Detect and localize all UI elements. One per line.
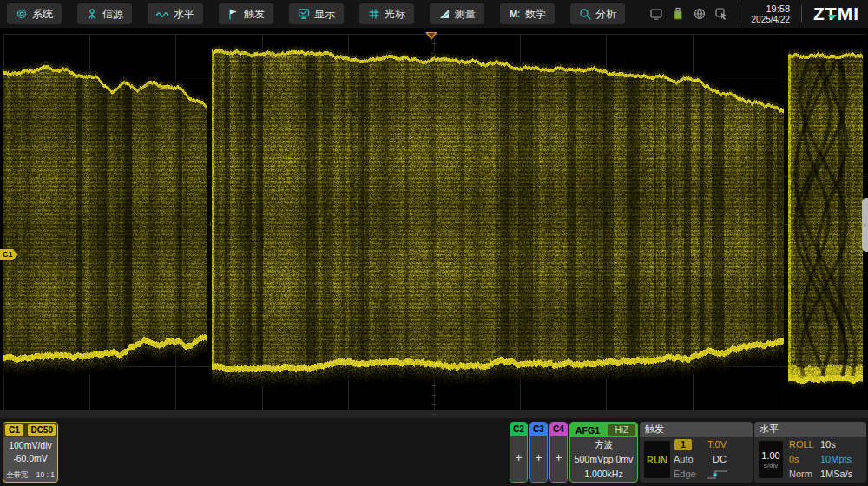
afg-offset: 0mv <box>616 454 634 464</box>
channel2-add-button[interactable]: + <box>510 436 527 482</box>
run-state-button[interactable]: RUN <box>644 441 670 478</box>
menu-label: 系统 <box>32 7 53 22</box>
channel3-add-button[interactable]: + <box>530 436 547 482</box>
menu-measure-button[interactable]: 测量 <box>430 3 484 24</box>
wave-icon <box>156 8 169 20</box>
trigger-type: Edge <box>674 469 696 479</box>
menu-system-button[interactable]: 系统 <box>7 3 62 24</box>
afg-header: AFG1 HiZ <box>570 423 637 437</box>
measure-icon <box>438 8 450 20</box>
time-text: 19:58 <box>752 3 791 15</box>
side-panel-handle[interactable]: ‹ <box>862 198 868 252</box>
brand-logo-triangle-icon <box>828 15 837 20</box>
menu-label: 数学 <box>525 7 546 22</box>
topbar-divider <box>801 5 802 23</box>
horizontal-title: 水平 <box>754 422 866 437</box>
menu-label: 触发 <box>244 7 265 22</box>
menu-label: 显示 <box>314 7 335 22</box>
afg-label: AFG1 <box>570 425 608 436</box>
trigger-source-badge[interactable]: 1 <box>674 439 692 450</box>
memory-depth: 10Mpts <box>820 454 852 464</box>
status-cluster: 19:58 2025/4/22 ZTMI <box>649 3 859 24</box>
channel1-footer: 全带宽 10 : 1 <box>3 470 57 481</box>
channel1-scale: 100mV/div <box>3 440 57 450</box>
channel2-box[interactable]: C2 + <box>510 422 528 483</box>
waveform-display[interactable] <box>0 28 868 418</box>
menu-label: 信源 <box>102 7 123 22</box>
gear-icon <box>16 8 28 20</box>
cursor-icon <box>368 8 380 20</box>
acquisition-mode: Norm <box>789 469 812 479</box>
usb-storage-icon[interactable] <box>671 7 685 21</box>
menu-label: 分析 <box>595 7 616 22</box>
channel1-probe-ratio: 10 : 1 <box>36 470 55 481</box>
trigger-position-marker[interactable] <box>425 32 437 40</box>
channel1-bandwidth: 全带宽 <box>6 470 29 481</box>
oscilloscope-app: 系统 信源 水平 触发 显示 <box>0 0 868 486</box>
channel1-label: C1 <box>5 424 23 436</box>
svg-text:M: M <box>510 9 517 19</box>
flag-icon <box>227 8 240 20</box>
horizontal-scale-button[interactable]: 1.00 s/div <box>759 441 783 478</box>
afg-box[interactable]: AFG1 HiZ 方波 500mVpp 0mv 1.000kHz <box>569 422 638 483</box>
menu-display-button[interactable]: 显示 <box>289 3 344 24</box>
screen-status-icon[interactable] <box>649 7 663 21</box>
touch-status-icon[interactable] <box>714 7 728 21</box>
channel1-header: C1 DC50 <box>3 423 57 437</box>
top-menu-bar: 系统 信源 水平 触发 显示 <box>0 0 868 28</box>
bottom-status-bar: C1 DC50 100mV/div -60.0mV 全带宽 10 : 1 C2 … <box>0 418 868 486</box>
horizontal-scale-unit: s/div <box>764 462 778 470</box>
magnifier-icon <box>579 8 591 20</box>
horizontal-mode: ROLL <box>789 439 814 450</box>
brand-logo-text: ZTMI <box>813 3 859 24</box>
afg-amplitude: 500mVpp <box>575 454 614 464</box>
menu-analysis-button[interactable]: 分析 <box>570 3 625 24</box>
date-text: 2025/4/22 <box>752 15 791 25</box>
network-status-icon[interactable] <box>693 7 707 21</box>
sample-rate: 1MSa/s <box>820 469 852 479</box>
trigger-body: RUN 1 T:0V Auto DC Edge <box>640 437 753 482</box>
afg-load-badge: HiZ <box>608 424 635 436</box>
channel3-label: C3 <box>530 423 547 436</box>
menu-label: 测量 <box>455 7 476 22</box>
channel4-box[interactable]: C4 + <box>549 422 568 483</box>
trigger-coupling: DC <box>713 454 727 464</box>
trigger-title: 触发 <box>640 422 753 437</box>
brand-logo: ZTMI <box>813 3 859 24</box>
waveform-area: C1 ‹ <box>0 28 868 418</box>
math-icon: M <box>509 8 521 20</box>
horizontal-delay: 0s <box>789 454 799 464</box>
trigger-edge-icon <box>707 470 729 480</box>
channel4-add-button[interactable]: + <box>550 436 567 482</box>
channel4-label: C4 <box>550 423 567 436</box>
channel1-coupling-badge: DC50 <box>28 424 56 436</box>
menu-source-button[interactable]: 信源 <box>77 3 132 24</box>
menu-label: 光标 <box>385 7 405 22</box>
topbar-divider <box>740 5 740 23</box>
afg-frequency: 1.000kHz <box>570 467 637 482</box>
menu-label: 水平 <box>174 7 194 22</box>
channel3-box[interactable]: C3 + <box>529 422 548 483</box>
channel1-offset: -60.0mV <box>3 453 57 463</box>
horizontal-box[interactable]: 水平 1.00 s/div ROLL 10s 0s 10Mpts Norm 1M… <box>754 422 866 483</box>
trigger-box[interactable]: 触发 RUN 1 T:0V Auto DC Edge <box>640 422 753 483</box>
afg-waveform-type: 方波 <box>570 437 637 452</box>
channel2-label: C2 <box>510 423 527 436</box>
menu-cursor-button[interactable]: 光标 <box>359 3 414 24</box>
menu-math-button[interactable]: M 数学 <box>500 3 555 24</box>
horizontal-body: 1.00 s/div ROLL 10s 0s 10Mpts Norm 1MSa/… <box>754 437 866 482</box>
display-icon <box>298 8 310 20</box>
trigger-mode: Auto <box>674 454 694 464</box>
horizontal-range: 10s <box>820 439 836 450</box>
horizontal-scale-value: 1.00 <box>761 450 779 461</box>
menu-trigger-button[interactable]: 触发 <box>219 3 273 24</box>
probe-icon <box>86 8 98 20</box>
afg-amplitude-offset: 500mVpp 0mv <box>570 452 637 467</box>
trigger-level: T:0V <box>707 439 727 450</box>
menu-horizontal-button[interactable]: 水平 <box>148 3 203 24</box>
channel1-box[interactable]: C1 DC50 100mV/div -60.0mV 全带宽 10 : 1 <box>3 422 58 483</box>
clock: 19:58 2025/4/22 <box>752 3 791 24</box>
